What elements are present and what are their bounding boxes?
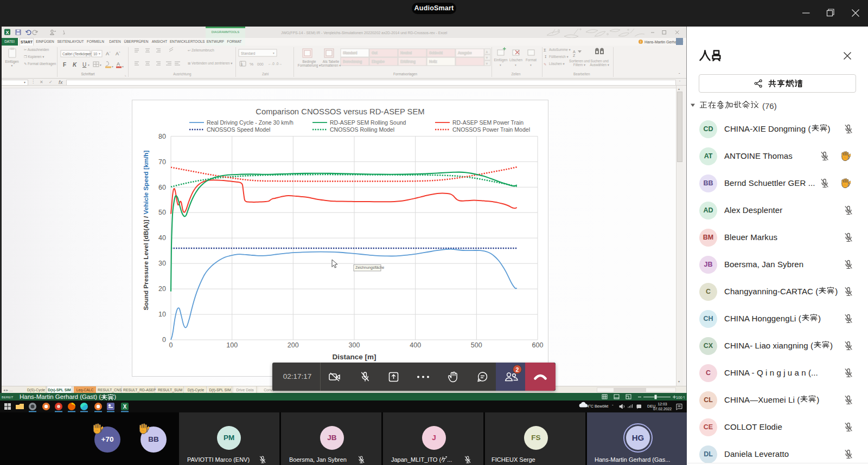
svg-text:X: X (5, 30, 9, 35)
svg-text:ˆ: ˆ (679, 72, 680, 77)
svg-text:100: 100 (226, 341, 238, 349)
svg-text:0: 0 (169, 341, 173, 349)
svg-text:10: 10 (158, 311, 166, 318)
svg-text:Als Tabelle: Als Tabelle (323, 60, 340, 63)
svg-text:Zahl: Zahl (262, 72, 269, 76)
svg-text:Filtern ▾: Filtern ▾ (573, 63, 586, 67)
svg-text:12:03: 12:03 (658, 402, 667, 406)
svg-text:Standard: Standard (343, 51, 358, 55)
svg-text:Aˈ: Aˈ (106, 51, 111, 56)
svg-text:Einfügen: Einfügen (5, 60, 19, 64)
svg-text:✂ Ausschneiden: ✂ Ausschneiden (24, 48, 49, 51)
svg-text:60: 60 (158, 184, 166, 191)
svg-text:←.0: ←.0 (268, 62, 275, 66)
svg-text:Aˋ: Aˋ (116, 51, 120, 56)
svg-text:A: A (117, 61, 120, 67)
svg-text:Comparison CNOSSOS versus RD-A: Comparison CNOSSOS versus RD-ASEP SEM (256, 107, 424, 116)
svg-text:✎: ✎ (544, 62, 546, 66)
svg-text:▴: ▴ (486, 50, 488, 53)
svg-text:600: 600 (532, 341, 544, 349)
svg-text:▾: ▾ (122, 65, 124, 68)
svg-text:AutoSumme ▾: AutoSumme ▾ (549, 48, 571, 51)
svg-text:Ausgabe: Ausgabe (458, 51, 472, 55)
svg-text:Sound Pressure Level [dB(A)]: Sound Pressure Level [dB(A)] / Vehicle S… (142, 150, 150, 310)
svg-text:500: 500 (471, 341, 482, 349)
svg-text:Schriftart: Schriftart (81, 72, 94, 76)
svg-text:⌞: ⌞ (125, 73, 126, 76)
svg-text:▾: ▾ (273, 51, 275, 55)
svg-text:▾: ▾ (88, 63, 90, 67)
svg-text:Erklärung: Erklärung (400, 60, 416, 64)
svg-text:Zeichnungsfläche: Zeichnungsfläche (355, 266, 384, 270)
svg-text:30: 30 (158, 260, 166, 267)
svg-text:000: 000 (257, 62, 264, 66)
svg-text:300: 300 (349, 341, 360, 349)
svg-text:RD-ASEP SEM Rolling Sound: RD-ASEP SEM Rolling Sound (330, 119, 406, 126)
svg-text:20: 20 (158, 285, 166, 293)
svg-text:▾: ▾ (11, 64, 13, 67)
svg-text:%: % (250, 62, 253, 67)
svg-text:▾: ▾ (500, 63, 501, 67)
svg-text:0: 0 (162, 336, 166, 344)
svg-text:U: U (82, 62, 86, 68)
svg-text:F: F (63, 62, 66, 68)
svg-text:Gut: Gut (372, 51, 378, 55)
svg-text:Σ: Σ (544, 48, 546, 53)
svg-text:Sortieren und: Sortieren und (569, 59, 590, 63)
svg-text:▾: ▾ (86, 52, 88, 55)
svg-text:▾: ▾ (112, 65, 113, 68)
svg-text:400: 400 (410, 341, 421, 349)
svg-text:!: ! (640, 40, 641, 44)
svg-text:▾: ▾ (486, 56, 488, 59)
svg-text:Auswählen ▾: Auswählen ▾ (590, 63, 610, 67)
svg-text:Z: Z (573, 54, 576, 57)
svg-text:K: K (73, 62, 77, 68)
svg-text:40: 40 (158, 234, 166, 242)
svg-text:Einfügen: Einfügen (494, 58, 508, 62)
svg-text:✎ Format übertragen: ✎ Format übertragen (24, 62, 56, 66)
svg-text:50: 50 (158, 209, 166, 216)
svg-text:↩ Zeilenumbruch: ↩ Zeilenumbruch (188, 48, 214, 52)
svg-text:❐ Kopieren ▾: ❐ Kopieren ▾ (24, 55, 44, 59)
svg-text:▾: ▾ (99, 52, 100, 55)
svg-text:X: X (123, 404, 127, 410)
svg-text:Standard: Standard (241, 51, 256, 55)
svg-text:CNOSSOS Power Train Model: CNOSSOS Power Train Model (452, 126, 530, 133)
svg-text:Füllbereich ▾: Füllbereich ▾ (549, 55, 569, 59)
svg-text:Formatierung ▾: Formatierung ▾ (298, 63, 321, 68)
svg-text:Ausrichtung: Ausrichtung (173, 72, 192, 76)
svg-text:Formatvorlagen: Formatvorlagen (393, 72, 418, 76)
svg-text:70: 70 (158, 158, 166, 166)
svg-text:↧: ↧ (544, 55, 547, 59)
svg-text:$: $ (241, 63, 243, 66)
svg-text:Neutral: Neutral (400, 51, 412, 55)
svg-text:ˆ: ˆ (612, 404, 614, 409)
svg-text:100 %: 100 % (676, 396, 685, 399)
svg-text:Suchen und: Suchen und (590, 59, 609, 63)
svg-text:07.02.2022: 07.02.2022 (653, 407, 672, 411)
svg-text:Löschen: Löschen (509, 58, 522, 62)
svg-text:A: A (573, 50, 576, 54)
svg-text:80: 80 (158, 133, 166, 140)
svg-text:⊞ Verbinden und zentrieren ▾: ⊞ Verbinden und zentrieren ▾ (188, 61, 233, 65)
svg-text:▾: ▾ (515, 63, 516, 67)
svg-text:4°C Bewölkt: 4°C Bewölkt (587, 404, 608, 409)
svg-text:Zellen: Zellen (511, 72, 521, 76)
svg-text:Notiz: Notiz (429, 60, 437, 63)
svg-text:Real Driving Cycle - Zone 30 k: Real Driving Cycle - Zone 30 km/h (207, 119, 293, 126)
svg-text:Eingabe: Eingabe (372, 60, 385, 64)
svg-text:RD-ASEP SEM Power Train: RD-ASEP SEM Power Train (452, 119, 524, 126)
svg-text:Schlecht: Schlecht (429, 51, 443, 55)
svg-text:200: 200 (288, 341, 299, 349)
svg-text:Bearbeiten: Bearbeiten (573, 72, 590, 76)
svg-text:Format: Format (526, 58, 537, 62)
svg-text:▾: ▾ (486, 62, 488, 65)
svg-text:CNOSSOS Speed Model: CNOSSOS Speed Model (207, 126, 270, 133)
svg-text:CNOSSOS Rolling Model: CNOSSOS Rolling Model (330, 126, 394, 133)
svg-text:formatieren ▾: formatieren ▾ (321, 63, 342, 67)
svg-text:▾: ▾ (100, 63, 101, 67)
svg-text:Berechnung: Berechnung (343, 60, 362, 64)
svg-text:▾: ▾ (530, 63, 532, 67)
svg-text:Löschen ▾: Löschen ▾ (549, 62, 565, 66)
svg-text:.0→: .0→ (276, 62, 282, 66)
